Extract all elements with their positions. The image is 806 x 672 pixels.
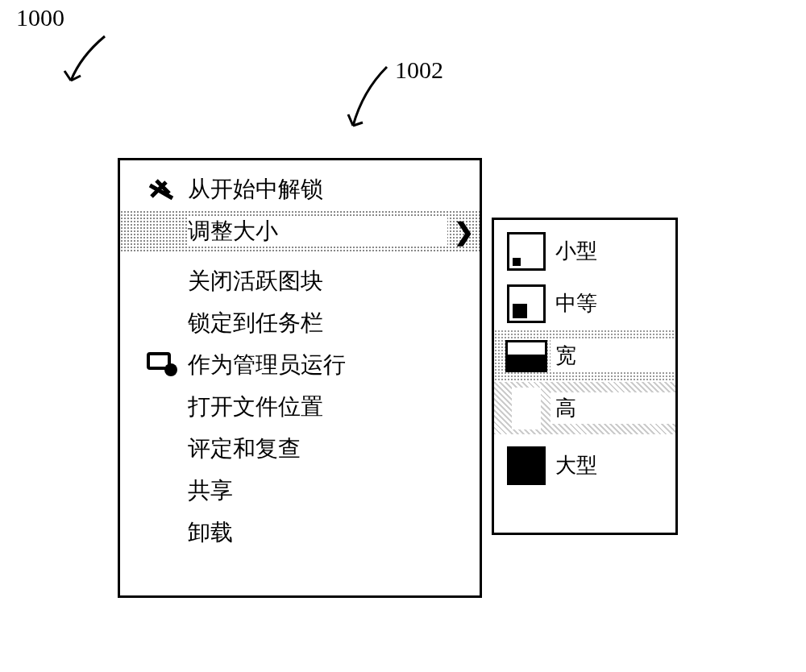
menu-item-openloc[interactable]: 打开文件位置 (120, 386, 480, 428)
menu-item-liveoff[interactable]: 关闭活跃图块 (120, 260, 480, 302)
size-label-medium: 中等 (550, 288, 675, 319)
figure-stage: 1000 1002 从开始中解锁 调整大小 ❯ 关闭活跃图块 (0, 0, 806, 672)
tile-small-icon (502, 232, 550, 271)
menu-label-uninst: 卸载 (188, 517, 447, 548)
admin-icon (139, 352, 188, 378)
size-option-large[interactable]: 大型 (494, 439, 675, 492)
menu-item-uninst[interactable]: 卸载 (120, 512, 480, 554)
unpin-icon (139, 177, 188, 201)
size-label-large: 大型 (550, 450, 675, 481)
tile-medium-icon (502, 284, 550, 323)
menu-item-share[interactable]: 共享 (120, 470, 480, 512)
tile-wide-icon (502, 340, 550, 372)
size-label-small: 小型 (550, 235, 675, 267)
menu-item-pin[interactable]: 锁定到任务栏 (120, 302, 480, 344)
menu-item-resize[interactable]: 调整大小 ❯ (120, 210, 480, 252)
tile-large-icon (502, 446, 550, 485)
size-option-small[interactable]: 小型 (494, 225, 675, 277)
menu-label-share: 共享 (188, 475, 447, 506)
menu-label-resize: 调整大小 (188, 216, 447, 247)
menu-label-liveoff: 关闭活跃图块 (188, 266, 447, 297)
menu-label-unpin: 从开始中解锁 (188, 174, 447, 205)
menu-item-rate[interactable]: 评定和复查 (120, 428, 480, 470)
menu-item-unpin[interactable]: 从开始中解锁 (120, 168, 480, 210)
svg-point-1 (164, 363, 177, 376)
menu-label-openloc: 打开文件位置 (188, 392, 447, 422)
menu-label-admin: 作为管理员运行 (188, 350, 447, 380)
ref-1000-label: 1000 (16, 4, 64, 31)
menu-label-pin: 锁定到任务栏 (188, 308, 447, 338)
size-label-wide: 宽 (550, 340, 675, 371)
size-label-tall: 高 (550, 392, 675, 424)
size-option-wide[interactable]: 宽 (494, 330, 675, 382)
arrow-1000 (56, 32, 121, 97)
chevron-right-icon: ❯ (454, 218, 474, 246)
menu-label-rate: 评定和复查 (188, 433, 447, 464)
size-option-tall[interactable]: 高 (494, 382, 675, 434)
context-menu: 从开始中解锁 调整大小 ❯ 关闭活跃图块 锁定到任务栏 作为 (118, 158, 482, 598)
tile-tall-icon (502, 388, 550, 429)
arrow-1002 (339, 63, 403, 135)
resize-submenu: 小型 中等 宽 高 大型 (492, 218, 678, 535)
size-option-medium[interactable]: 中等 (494, 277, 675, 330)
menu-item-admin[interactable]: 作为管理员运行 (120, 344, 480, 386)
